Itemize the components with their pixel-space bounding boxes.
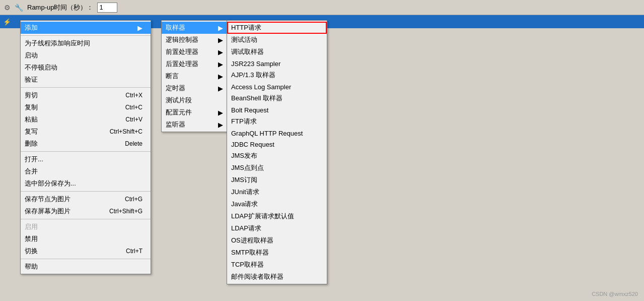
- menu-item-jms-subscribe[interactable]: JMS订阅: [227, 174, 327, 186]
- menu-item-http-request[interactable]: HTTP请求: [227, 22, 327, 34]
- menu-item-ldap-request[interactable]: LDAP请求: [227, 222, 327, 234]
- ramp-label: Ramp-up时间（秒）：: [27, 3, 93, 12]
- sampler-arrow-icon: ▶: [218, 24, 223, 32]
- arrow-icon: ▶: [137, 24, 142, 32]
- menu-item-start[interactable]: 启动: [21, 49, 151, 62]
- menu-item-jsr223-sampler[interactable]: JSR223 Sampler: [227, 58, 327, 69]
- menu-item-disable[interactable]: 禁用: [21, 233, 151, 245]
- menu-item-listener[interactable]: 监听器 ▶: [162, 118, 231, 131]
- menu-item-post-processor[interactable]: 后置处理器 ▶: [162, 58, 231, 70]
- menu-item-save-screen-image[interactable]: 保存屏幕为图片 Ctrl+Shift+G: [21, 205, 151, 217]
- menu-item-duplicate[interactable]: 复写 Ctrl+Shift+C: [21, 126, 151, 138]
- menu-item-copy[interactable]: 复制 Ctrl+C: [21, 101, 151, 113]
- watermark: CSDN @wmxz520: [592, 291, 638, 297]
- menu-item-save-selection[interactable]: 选中部分保存为...: [21, 177, 151, 190]
- context-menu-level1: 添加 ▶ 为子线程添加响应时间 启动 不停顿启动 验证: [20, 20, 151, 274]
- menu-item-junit-request[interactable]: JUnit请求: [227, 186, 327, 198]
- context-menu-level2: 取样器 ▶ 逻辑控制器 ▶ 前置处理器 ▶ 后置处理器 ▶ 断言 ▶: [161, 20, 232, 132]
- menu-item-pre-processor[interactable]: 前置处理器 ▶: [162, 46, 231, 58]
- menu-item-access-log-sampler[interactable]: Access Log Sampler: [227, 81, 327, 92]
- menu-item-jdbc-request[interactable]: JDBC Request: [227, 139, 327, 150]
- menu-item-mail-reader-sampler[interactable]: 邮件阅读者取样器: [227, 271, 327, 283]
- menu-item-save-node-image[interactable]: 保存节点为图片 Ctrl+G: [21, 193, 151, 205]
- menu-item-bolt-request[interactable]: Bolt Request: [227, 104, 327, 115]
- menu-item-ldap-extended[interactable]: LDAP扩展请求默认值: [227, 210, 327, 222]
- post-arrow-icon: ▶: [218, 61, 223, 68]
- config-arrow-icon: ▶: [218, 109, 223, 116]
- gear-icon2: 🔧: [15, 4, 23, 12]
- listener-arrow-icon: ▶: [218, 121, 223, 129]
- menu-item-smtp-sampler[interactable]: SMTP取样器: [227, 247, 327, 259]
- menu-item-help[interactable]: 帮助: [21, 261, 151, 273]
- menu-item-add-response-time[interactable]: 为子线程添加响应时间: [21, 37, 151, 49]
- gear-icon: ⚙: [4, 4, 11, 12]
- menu-item-ajp-sampler[interactable]: AJP/1.3 取样器: [227, 69, 327, 81]
- menu-item-delete[interactable]: 删除 Delete: [21, 138, 151, 150]
- app-background: ⚙ 🔧 Ramp-up时间（秒）： ⚡ 添加 ▶ 为子线程添加: [0, 0, 644, 301]
- menu-item-java-request[interactable]: Java请求: [227, 198, 327, 210]
- menu-item-sampler[interactable]: 取样器 ▶: [162, 22, 231, 34]
- menu-item-jms-point-to-point[interactable]: JMS点到点: [227, 162, 327, 174]
- separator3: [21, 151, 151, 152]
- menu-item-config-element[interactable]: 配置元件 ▶: [162, 106, 231, 118]
- menu-item-jms-publish[interactable]: JMS发布: [227, 150, 327, 162]
- menu-item-ftp-request[interactable]: FTP请求: [227, 115, 327, 128]
- menu-item-toggle[interactable]: 切换 Ctrl+T: [21, 245, 151, 257]
- separator2: [21, 87, 151, 88]
- menu-item-enable: 启用: [21, 221, 151, 233]
- timer-arrow-icon: ▶: [218, 85, 223, 92]
- separator4: [21, 191, 151, 192]
- toolbar: ⚙ 🔧 Ramp-up时间（秒）：: [0, 0, 644, 15]
- menu-item-validate[interactable]: 验证: [21, 74, 151, 86]
- logic-arrow-icon: ▶: [218, 36, 223, 44]
- ramp-input[interactable]: [97, 3, 117, 13]
- menu-item-paste[interactable]: 粘贴 Ctrl+V: [21, 113, 151, 126]
- assertion-arrow-icon: ▶: [218, 73, 223, 80]
- menu-item-debug-sampler[interactable]: 调试取样器: [227, 46, 327, 58]
- pre-arrow-icon: ▶: [218, 48, 223, 56]
- separator5: [21, 219, 151, 219]
- context-menu-overlay: 添加 ▶ 为子线程添加响应时间 启动 不停顿启动 验证: [0, 15, 644, 301]
- menu-item-logic-controller[interactable]: 逻辑控制器 ▶: [162, 34, 231, 46]
- menu-item-graphql-request[interactable]: GraphQL HTTP Request: [227, 128, 327, 139]
- menu-item-timer[interactable]: 定时器 ▶: [162, 82, 231, 94]
- menu-item-open[interactable]: 打开...: [21, 153, 151, 165]
- separator6: [21, 259, 151, 259]
- menu-item-os-process-sampler[interactable]: OS进程取样器: [227, 234, 327, 247]
- menu-item-start-no-pause[interactable]: 不停顿启动: [21, 62, 151, 74]
- menu-header-add[interactable]: 添加 ▶: [21, 22, 151, 34]
- menu-item-tcp-sampler[interactable]: TCP取样器: [227, 259, 327, 271]
- separator: [21, 35, 151, 36]
- menu-item-merge[interactable]: 合并: [21, 165, 151, 177]
- menu-item-assertion[interactable]: 断言 ▶: [162, 70, 231, 82]
- menu-item-test-fragment[interactable]: 测试片段: [162, 94, 231, 106]
- menu-item-beanshell-sampler[interactable]: BeanShell 取样器: [227, 92, 327, 104]
- menu-item-cut[interactable]: 剪切 Ctrl+X: [21, 89, 151, 101]
- context-menu-level3: HTTP请求 测试活动 调试取样器 JSR223 Sampler AJP/1.3…: [227, 20, 327, 284]
- menu-item-test-activity[interactable]: 测试活动: [227, 34, 327, 46]
